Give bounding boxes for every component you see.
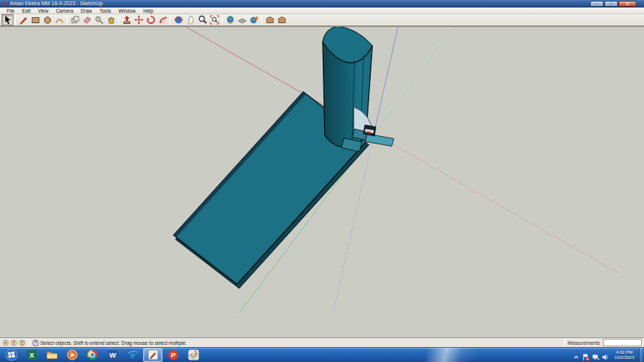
system-tray: 4:02 PM 10/2/2023 [572, 348, 644, 362]
action-center-flag-icon[interactable] [582, 351, 590, 359]
share-models-tool[interactable] [276, 14, 288, 25]
rectangle-tool[interactable] [29, 14, 41, 25]
measurements-input[interactable] [603, 339, 642, 346]
sign-in-icon[interactable] [19, 340, 25, 346]
viewport-canvas[interactable] [0, 27, 644, 337]
make-component-tool[interactable] [69, 14, 81, 25]
menu-help[interactable]: Help [139, 7, 157, 14]
menu-window[interactable]: Window [115, 7, 139, 14]
internet-explorer-icon: e [127, 349, 139, 361]
toolbar-separator [170, 15, 171, 25]
menu-view[interactable]: View [34, 7, 52, 14]
circle-icon [43, 15, 52, 25]
powerpoint-icon: P [167, 349, 180, 361]
help-icon[interactable]: ? [32, 340, 39, 346]
paint-bucket-tool[interactable] [105, 14, 117, 25]
chrome-icon [86, 349, 99, 361]
taskbar-explorer[interactable] [42, 348, 61, 362]
toggle-terrain-tool[interactable] [236, 14, 248, 25]
window-title: Arkan Ekstra MM 18-9-2023 - SketchUp [10, 0, 590, 7]
pan-icon [186, 15, 195, 25]
move-icon [134, 15, 144, 25]
taskbar-powerpoint[interactable]: P [163, 348, 183, 362]
geolocation-icon[interactable] [2, 340, 9, 346]
offset-icon [158, 15, 168, 25]
select-tool[interactable] [1, 14, 13, 25]
titlebar: Arkan Ekstra MM 18-9-2023 - SketchUp – □… [0, 0, 644, 7]
tape-measure-icon [94, 15, 104, 25]
circle-tool[interactable] [41, 14, 53, 25]
tape-measure-tool[interactable] [93, 14, 105, 25]
menubar: FileEditViewCameraDrawToolsWindowHelp [0, 7, 644, 14]
sketchup-pencil-icon [1, 1, 7, 7]
taskbar-word[interactable]: W [103, 348, 122, 362]
move-tool[interactable] [133, 14, 145, 25]
clock-time: 4:02 PM [616, 350, 632, 355]
volume-icon[interactable] [601, 351, 610, 359]
close-button[interactable]: ✕ [619, 1, 637, 7]
clock-date: 10/2/2023 [614, 355, 634, 360]
toggle-terrain-icon [237, 15, 247, 25]
get-models-icon [265, 15, 275, 25]
start-button[interactable] [1, 348, 21, 362]
menu-tools[interactable]: Tools [96, 7, 115, 14]
start-icon [5, 349, 18, 361]
pan-tool[interactable] [184, 14, 196, 25]
taskbar-chrome[interactable] [82, 348, 102, 362]
zoom-icon [198, 15, 207, 25]
rotate-icon [146, 15, 156, 25]
place-model-icon [249, 15, 259, 25]
taskbar-clock[interactable]: 4:02 PM 10/2/2023 [614, 350, 634, 361]
restore-button[interactable]: □ [604, 1, 618, 7]
toolbar-separator [261, 15, 262, 25]
menu-edit[interactable]: Edit [18, 7, 34, 14]
credits-icon[interactable] [10, 340, 17, 346]
taskbar-internet-explorer[interactable]: e [123, 348, 142, 362]
hidden-icons-chevron[interactable] [572, 351, 580, 359]
paint-bucket-icon [106, 15, 116, 25]
sketchup-window: Arkan Ekstra MM 18-9-2023 - SketchUp – □… [0, 0, 644, 362]
taskbar-excel[interactable]: X [22, 348, 41, 362]
show-desktop-button[interactable] [639, 348, 643, 362]
rotate-tool[interactable] [145, 14, 157, 25]
line-icon [19, 15, 28, 25]
place-model-tool[interactable] [248, 14, 260, 25]
statusbar-separator [565, 339, 565, 346]
toolbar-separator [67, 15, 67, 25]
get-current-view-tool[interactable] [224, 14, 236, 25]
rectangle-icon [31, 15, 40, 25]
push-pull-tool[interactable] [121, 14, 133, 25]
measurements-label: Measurements [568, 340, 600, 346]
media-player-icon [66, 349, 79, 361]
toolbar-separator [118, 15, 119, 25]
network-icon[interactable] [592, 351, 600, 359]
arc-tool[interactable] [53, 14, 65, 25]
orbit-icon [174, 15, 183, 25]
menu-draw[interactable]: Draw [77, 7, 96, 14]
statusbar: ? Select objects. Shift to extend select… [0, 337, 644, 347]
line-tool[interactable] [17, 14, 29, 25]
taskbar-media-player[interactable] [62, 348, 82, 362]
zoom-tool[interactable] [196, 14, 208, 25]
zoom-extents-icon [210, 15, 219, 25]
statusbar-separator [29, 339, 30, 346]
status-text: Select objects. Shift to extend select. … [40, 340, 562, 346]
get-current-view-icon [225, 15, 235, 25]
taskbar: XWeP 4:02 PM 10/2/2023 [0, 347, 644, 362]
taskbar-paint[interactable] [183, 348, 203, 362]
svg-text:P: P [171, 351, 175, 359]
select-icon [3, 15, 13, 25]
eraser-tool[interactable] [81, 14, 93, 25]
menu-camera[interactable]: Camera [52, 7, 77, 14]
viewport [0, 26, 644, 337]
minimize-button[interactable]: – [590, 1, 604, 7]
make-component-icon [70, 15, 80, 25]
taskbar-sketchup[interactable] [143, 348, 162, 362]
menu-file[interactable]: File [3, 7, 18, 14]
offset-tool[interactable] [157, 14, 168, 25]
zoom-extents-tool[interactable] [208, 14, 220, 25]
get-models-tool[interactable] [264, 14, 276, 25]
orbit-tool[interactable] [172, 14, 184, 25]
explorer-icon [46, 349, 58, 361]
sketchup-icon [147, 349, 160, 361]
